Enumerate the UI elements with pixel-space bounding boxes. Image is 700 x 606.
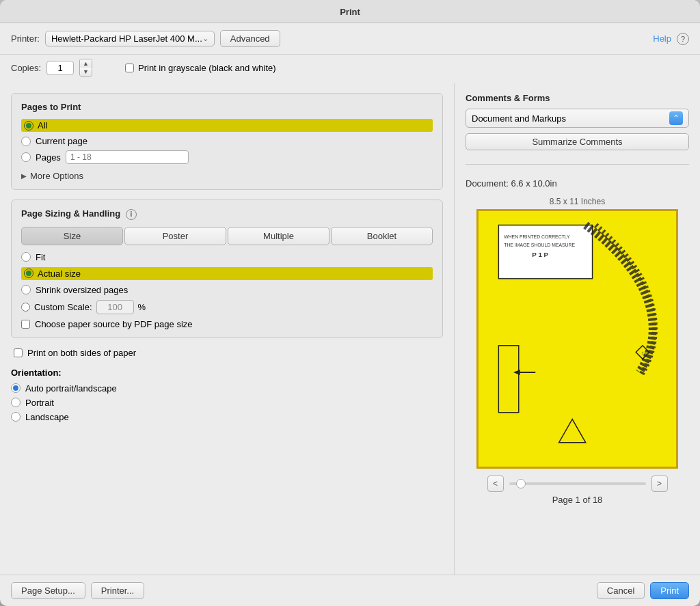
preview-size-label: 8.5 x 11 Inches [550,197,605,206]
custom-scale-radio[interactable] [21,303,30,312]
preview-svg: WHEN PRINTED CORRECTLY THE IMAGE SHOULD … [479,211,676,467]
shrink-label: Shrink oversized pages [36,285,128,295]
printer-row: Printer: Hewlett-Packard HP LaserJet 400… [11,30,646,47]
grayscale-checkbox[interactable] [125,64,134,72]
more-options-toggle[interactable]: ▶ More Options [21,171,433,181]
cancel-button[interactable]: Cancel [597,582,645,599]
comments-forms-value: Document and Markups [472,113,566,124]
copies-up-button[interactable]: ▲ [80,59,92,68]
portrait-option[interactable]: Portrait [11,398,443,408]
print-button[interactable]: Print [650,582,689,599]
portrait-radio[interactable] [11,398,21,407]
nav-row: < > [466,476,689,492]
more-options-triangle-icon: ▶ [21,172,27,180]
shrink-radio[interactable] [21,285,31,294]
comments-forms-arrow-icon: ⌃ [669,111,683,125]
pdf-source-label: Choose paper source by PDF page size [35,319,193,329]
bottom-left-buttons: Page Setup... Printer... [11,582,144,599]
page-setup-button[interactable]: Page Setup... [11,582,85,599]
copies-row: Copies: ▲ ▼ Print in grayscale (black an… [0,59,700,83]
fit-radio[interactable] [21,252,31,262]
page-info: Page 1 of 18 [552,495,603,505]
pages-radio-group: All Current page Pages ▶ More Options [21,119,433,181]
prev-page-button[interactable]: < [487,476,504,492]
current-page-radio[interactable] [21,137,31,146]
comments-forms-section: Comments & Forms Document and Markups ⌃ … [466,93,689,150]
fit-option[interactable]: Fit [21,252,433,262]
help-circle-icon[interactable]: ? [677,33,689,45]
svg-text:P 1 P: P 1 P [532,251,548,258]
pages-range-radio[interactable] [21,152,31,162]
more-options-label: More Options [30,171,83,181]
current-page-option[interactable]: Current page [21,136,433,146]
landscape-option[interactable]: Landscape [11,412,443,422]
doc-info: Document: 6.6 x 10.0in [466,178,689,189]
duplex-label: Print on both sides of paper [27,348,136,358]
pdf-source-checkbox[interactable] [21,320,30,329]
all-label: All [38,120,47,130]
grayscale-label: Print in grayscale (black and white) [138,63,276,73]
auto-portrait-option[interactable]: Auto portrait/landscape [11,383,443,394]
portrait-label: Portrait [25,398,54,408]
copies-stepper[interactable]: ▲ ▼ [79,59,92,77]
help-link[interactable]: Help [653,33,671,44]
tab-booklet[interactable]: Booklet [331,227,433,245]
page-slider[interactable] [509,482,646,485]
printer-value: Hewlett-Packard HP LaserJet 400 M... [51,33,202,44]
divider [466,164,689,165]
custom-scale-label: Custom Scale: [34,302,92,312]
pages-section-title: Pages to Print [21,102,433,112]
comments-forms-title: Comments & Forms [466,93,689,103]
landscape-label: Landscape [25,412,69,422]
copies-input[interactable] [46,61,74,75]
custom-scale-input[interactable] [96,300,134,314]
landscape-radio[interactable] [11,412,21,422]
dropdown-arrow-icon: ⌄ [202,34,208,43]
svg-text:WHEN PRINTED CORRECTLY: WHEN PRINTED CORRECTLY [504,234,570,239]
top-bar: Printer: Hewlett-Packard HP LaserJet 400… [0,23,700,55]
pages-section: Pages to Print All Current page [11,93,443,190]
auto-portrait-radio[interactable] [11,383,21,393]
pages-label: Pages [36,152,61,163]
printer-label: Printer: [11,33,40,44]
main-content: Pages to Print All Current page [0,83,700,575]
orientation-label: Orientation: [11,368,443,378]
pages-range-input[interactable] [66,150,189,164]
svg-text:1A: 1A [642,351,647,355]
auto-portrait-label: Auto portrait/landscape [25,383,117,394]
current-page-label: Current page [36,136,88,146]
sizing-section-title: Page Sizing & Handling i [21,208,433,220]
copies-label: Copies: [11,63,41,73]
sizing-section: Page Sizing & Handling i Size Poster Mul… [11,199,443,338]
summarize-comments-button[interactable]: Summarize Comments [466,133,689,150]
shrink-option[interactable]: Shrink oversized pages [21,285,433,295]
bottom-bar: Page Setup... Printer... Cancel Print [0,575,700,606]
all-option[interactable]: All [21,119,433,132]
title-bar: Print [0,0,700,23]
tab-poster[interactable]: Poster [124,227,226,245]
sizing-info-icon[interactable]: i [126,209,137,220]
next-page-button[interactable]: > [651,476,668,492]
print-dialog: Print Printer: Hewlett-Packard HP LaserJ… [0,0,700,606]
bottom-right-buttons: Cancel Print [597,582,689,599]
actual-size-option[interactable]: Actual size [21,267,433,280]
tab-size[interactable]: Size [21,227,123,245]
printer-dropdown[interactable]: Hewlett-Packard HP LaserJet 400 M... ⌄ [45,31,215,46]
duplex-section[interactable]: Print on both sides of paper [11,348,443,358]
help-area: Help ? [653,33,689,45]
comments-forms-dropdown[interactable]: Document and Markups ⌃ [466,109,689,128]
svg-text:THE IMAGE SHOULD MEASURE: THE IMAGE SHOULD MEASURE [504,243,575,247]
tab-multiple[interactable]: Multiple [228,227,329,245]
advanced-button[interactable]: Advanced [220,30,280,47]
printer-button[interactable]: Printer... [91,582,144,599]
pdf-source-option[interactable]: Choose paper source by PDF page size [21,319,433,329]
right-panel: Comments & Forms Document and Markups ⌃ … [454,83,700,575]
pages-range-option[interactable]: Pages [21,150,433,164]
preview-area: 8.5 x 11 Inches WHEN PRINTED CORRECTLY T… [466,197,689,505]
copies-down-button[interactable]: ▼ [80,68,92,76]
custom-scale-row: Custom Scale: % [21,300,433,314]
slider-thumb [516,479,526,488]
orientation-section: Orientation: Auto portrait/landscape Por… [11,368,443,422]
left-panel: Pages to Print All Current page [0,83,454,575]
duplex-checkbox[interactable] [14,348,23,357]
